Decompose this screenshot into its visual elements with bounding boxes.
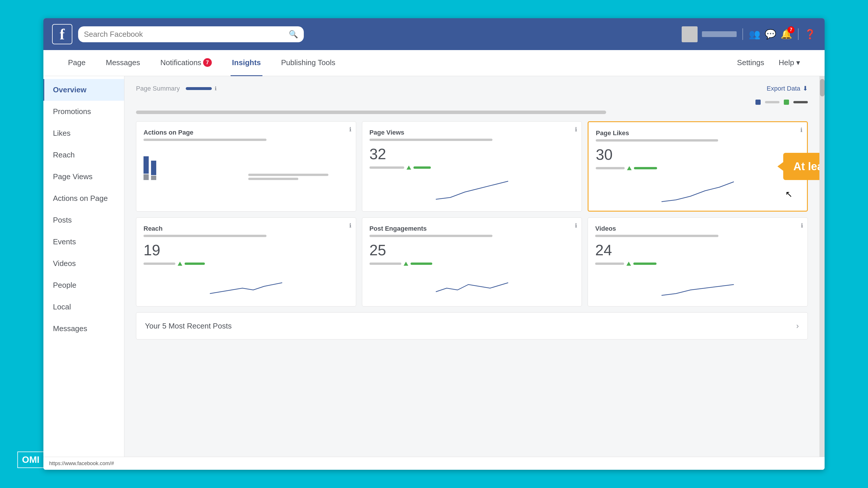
legend-line-gray (765, 101, 779, 103)
scrollbar[interactable] (819, 76, 825, 457)
stat-triangle-engagements (404, 262, 408, 266)
tooltip-text: At least 30 (793, 160, 819, 173)
nav-divider-2 (798, 28, 799, 40)
sidebar-item-messages[interactable]: Messages (43, 318, 124, 339)
stat-row-videos (595, 262, 800, 266)
card-page-views: Page Views ℹ 32 (362, 121, 582, 212)
tab-messages[interactable]: Messages (104, 50, 142, 76)
sidebar-item-people[interactable]: People (43, 274, 124, 296)
tab-insights[interactable]: Insights (230, 50, 262, 76)
card-title-page-views: Page Views (370, 129, 575, 136)
top-cards-grid: Actions on Page ℹ (136, 121, 808, 212)
tab-settings[interactable]: Settings (736, 50, 766, 76)
tab-nav: Page Messages Notifications 7 Insights P… (43, 50, 825, 76)
bar-segment-gray-1 (144, 174, 149, 180)
card-bar-reach (144, 235, 267, 237)
page-summary-text: Page Summary (136, 85, 180, 92)
card-info-icon-views: ℹ (575, 126, 577, 133)
notification-badge: 7 (787, 26, 795, 33)
search-input[interactable] (84, 30, 286, 39)
chart-svg-likes (596, 175, 800, 204)
progress-bar (136, 111, 606, 114)
sidebar-item-page-views[interactable]: Page Views (43, 166, 124, 188)
card-number-reach: 19 (144, 241, 349, 259)
stat-bar-gray-likes (596, 167, 625, 169)
sidebar-item-reach[interactable]: Reach (43, 144, 124, 166)
sidebar-item-actions-on-page[interactable]: Actions on Page (43, 188, 124, 209)
stat-triangle-videos (626, 262, 631, 266)
mini-chart-videos (595, 270, 800, 299)
stat-triangle-views (406, 165, 411, 170)
sidebar-item-likes[interactable]: Likes (43, 122, 124, 144)
card-number-views: 32 (370, 145, 575, 163)
mini-chart-reach (144, 270, 349, 299)
sidebar-item-events[interactable]: Events (43, 231, 124, 253)
stat-bar-green-reach (185, 263, 205, 265)
chart-svg-videos (595, 270, 800, 299)
tooltip-at-least-30: At least 30 👍 (783, 153, 819, 180)
stat-row-reach (144, 262, 349, 266)
stat-bar-gray-reach (144, 263, 175, 265)
sidebar-item-overview[interactable]: Overview (43, 79, 124, 101)
mini-chart-likes (596, 175, 800, 204)
bar-legend (248, 174, 349, 180)
card-number-likes: 30 (596, 146, 800, 163)
stat-bar-gray-videos (595, 263, 624, 265)
card-actions-on-page: Actions on Page ℹ (136, 121, 356, 212)
stat-bar-green-engagements (410, 263, 432, 265)
bar-chart (144, 145, 349, 183)
tab-help[interactable]: Help ▾ (777, 50, 802, 76)
messenger-icon[interactable]: 💬 (765, 29, 776, 40)
export-icon: ⬇ (803, 85, 808, 92)
recent-posts-bar[interactable]: Your 5 Most Recent Posts › (136, 312, 808, 339)
sidebar-item-videos[interactable]: Videos (43, 253, 124, 274)
tab-publishing-tools[interactable]: Publishing Tools (280, 50, 337, 76)
tab-page[interactable]: Page (66, 50, 87, 76)
search-bar-container[interactable]: 🔍 (78, 26, 304, 42)
friends-icon[interactable]: 👥 (749, 29, 761, 40)
export-label: Export Data (767, 85, 800, 92)
card-info-icon-videos: ℹ (801, 222, 803, 229)
sidebar-item-posts[interactable]: Posts (43, 209, 124, 231)
bar-segment-blue-1 (144, 156, 149, 174)
card-title-reach: Reach (144, 225, 349, 233)
sidebar-item-promotions[interactable]: Promotions (43, 101, 124, 122)
tab-nav-left: Page Messages Notifications 7 Insights P… (66, 50, 736, 76)
content-header: Page Summary ℹ Export Data ⬇ (136, 85, 808, 92)
nav-divider (742, 28, 743, 40)
profile-avatar (682, 26, 698, 42)
stat-row-likes (596, 166, 800, 170)
screen-container: f 🔍 👥 💬 🔔 7 ❓ Page Messages Notification… (43, 18, 825, 470)
card-bar-views (370, 139, 492, 141)
legend-item-dark (793, 101, 808, 103)
browser-bar: f 🔍 👥 💬 🔔 7 ❓ (43, 18, 825, 50)
notifications-tab-badge: 7 (203, 58, 212, 67)
stat-bar-green-views (413, 166, 431, 169)
card-bar-likes (596, 139, 718, 142)
help-icon[interactable]: ❓ (804, 29, 816, 40)
main-content: Overview Promotions Likes Reach Page Vie… (43, 76, 825, 457)
sidebar-item-local[interactable]: Local (43, 296, 124, 318)
mini-chart-views (370, 174, 575, 203)
tooltip-arrow (777, 162, 783, 171)
bar-chart-inner (144, 145, 244, 180)
chart-svg-engagements (370, 270, 575, 299)
card-reach: Reach ℹ 19 (136, 217, 356, 307)
legend-line-dark (793, 101, 808, 103)
stat-triangle-likes (627, 166, 631, 170)
tab-notifications[interactable]: Notifications 7 (159, 50, 213, 76)
export-data-button[interactable]: Export Data ⬇ (767, 85, 808, 92)
search-icon: 🔍 (289, 30, 298, 39)
card-title-videos: Videos (595, 225, 800, 233)
cursor: ↖ (785, 189, 793, 199)
bottom-cards-grid: Reach ℹ 19 (136, 217, 808, 307)
notifications-icon[interactable]: 🔔 7 (781, 29, 792, 40)
chart-svg-views (370, 174, 575, 203)
bar-segment-gray-2 (151, 176, 156, 180)
summary-info-icon: ℹ (215, 85, 217, 92)
stat-bar-green-likes (634, 167, 657, 169)
card-bar-videos (595, 235, 718, 237)
facebook-logo: f (52, 24, 72, 44)
stat-row-engagements (370, 262, 575, 266)
card-info-icon-actions: ℹ (349, 126, 351, 133)
